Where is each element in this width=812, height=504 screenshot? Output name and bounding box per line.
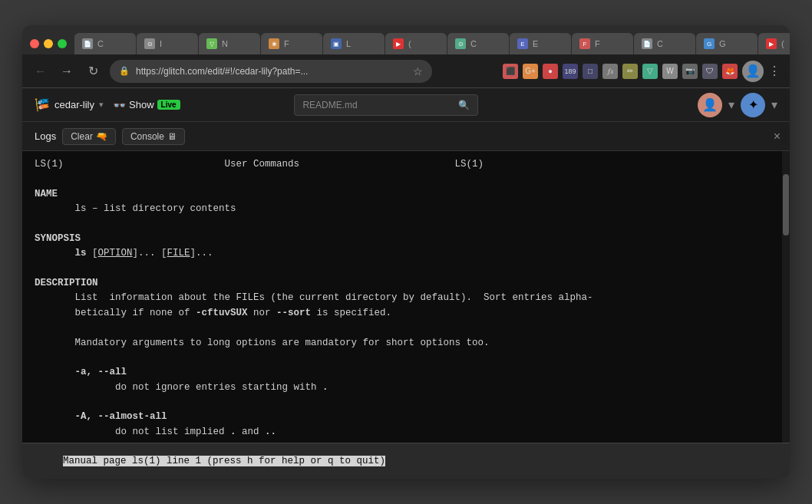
- team-avatar[interactable]: ✦: [741, 93, 765, 117]
- tab-favicon: ⊙: [144, 38, 155, 49]
- terminal-line: do not list implied . and ..: [35, 425, 770, 440]
- toolbar-ext-5[interactable]: □: [583, 64, 598, 79]
- tab-9[interactable]: F F: [572, 33, 633, 54]
- avatar-dropdown[interactable]: ▾: [728, 97, 734, 112]
- tab-favicon: ▽: [206, 38, 217, 49]
- search-icon: 🔍: [458, 100, 470, 110]
- toolbar-ext-1[interactable]: ⬛: [503, 64, 518, 79]
- maximize-button[interactable]: [58, 39, 67, 48]
- terminal-line: -a, --all: [35, 365, 770, 380]
- toolbar-ext-4[interactable]: 189: [563, 64, 578, 79]
- address-bar: ← → ↻ 🔒 https://glitch.com/edit/#!/cedar…: [22, 54, 790, 88]
- user-avatar[interactable]: 👤: [742, 61, 764, 82]
- tab-label: F: [595, 39, 600, 48]
- project-dropdown-icon: ▾: [99, 100, 104, 110]
- clear-emoji: 🔫: [96, 131, 107, 142]
- tab-label: E: [533, 39, 538, 48]
- clear-button[interactable]: Clear 🔫: [62, 128, 116, 145]
- toolbar-ext-9[interactable]: W: [662, 64, 678, 79]
- reload-button[interactable]: ↻: [84, 62, 102, 81]
- toolbar-ext-10[interactable]: 📷: [682, 64, 698, 79]
- terminal-line: [35, 262, 770, 276]
- glitch-header: 🎏 cedar-lily ▾ 👓 Show Live README.md 🔍 👤…: [22, 88, 790, 122]
- clear-label: Clear: [71, 131, 93, 142]
- tabs-area: 📄 C ⊙ I ▽ N ❀ F ▣ L: [74, 33, 790, 54]
- tab-favicon: 📄: [82, 38, 93, 49]
- url-bar[interactable]: 🔒 https://glitch.com/edit/#!/cedar-lily?…: [110, 60, 432, 83]
- tab-label: F: [284, 39, 289, 48]
- forward-button[interactable]: →: [58, 62, 76, 81]
- toolbar-ext-12[interactable]: 🦊: [722, 64, 738, 79]
- terminal-wrapper: LS(1) User Commands LS(1) NAME ls – list…: [22, 151, 790, 443]
- toolbar-ext-7[interactable]: ✏: [622, 64, 638, 79]
- tab-10[interactable]: 📄 C: [634, 33, 695, 54]
- terminal-line: ls – list directory contents: [35, 202, 770, 216]
- live-badge: Live: [157, 100, 180, 110]
- tab-label: G: [719, 39, 726, 48]
- browser-window: 📄 C ⊙ I ▽ N ❀ F ▣ L: [22, 25, 790, 479]
- tab-1[interactable]: 📄 C: [74, 33, 136, 54]
- console-button[interactable]: Console 🖥: [122, 128, 185, 145]
- scrollbar-track[interactable]: [782, 151, 790, 443]
- tab-4[interactable]: ❀ F: [261, 33, 322, 54]
- tab-favicon: ▶: [393, 38, 404, 49]
- back-button[interactable]: ←: [31, 62, 50, 81]
- tab-11[interactable]: G G: [696, 33, 758, 54]
- show-emoji: 👓: [113, 99, 126, 111]
- status-text: Manual page ls(1) line 1 (press h for he…: [63, 456, 385, 466]
- logs-panel-header: Logs Clear 🔫 Console 🖥 ×: [22, 122, 790, 151]
- terminal-line: LS(1) User Commands LS(1): [35, 157, 770, 172]
- tab-6[interactable]: ▶ (: [385, 33, 447, 54]
- scrollbar-handle[interactable]: [783, 174, 789, 236]
- project-name[interactable]: 🎏 cedar-lily ▾: [35, 97, 104, 112]
- toolbar-ext-6[interactable]: 𝑓𝑥: [602, 64, 618, 79]
- terminal-line: Mandatory arguments to long options are …: [35, 336, 770, 351]
- url-text: https://glitch.com/edit/#!/cedar-lily?pa…: [136, 66, 308, 77]
- terminal-line: do not ignore entries starting with .: [35, 380, 770, 395]
- console-label: Console: [130, 131, 164, 142]
- terminal-line: List information about the FILEs (the cu…: [35, 291, 770, 305]
- terminal-line: -A, --almost-all: [35, 410, 770, 424]
- tab-5[interactable]: ▣ L: [323, 33, 385, 54]
- toolbar-ext-3[interactable]: ●: [543, 64, 558, 79]
- tab-bar: 📄 C ⊙ I ▽ N ❀ F ▣ L: [22, 25, 790, 54]
- tab-8[interactable]: E E: [510, 33, 571, 54]
- team-dropdown[interactable]: ▾: [771, 97, 777, 112]
- project-name-text: cedar-lily: [54, 99, 94, 110]
- terminal-line: [35, 351, 770, 365]
- terminal-line: [35, 217, 770, 232]
- tab-favicon: G: [704, 38, 715, 49]
- tab-favicon: ▣: [331, 38, 342, 49]
- terminal-content[interactable]: LS(1) User Commands LS(1) NAME ls – list…: [22, 151, 782, 443]
- tab-12[interactable]: ▶ (: [758, 33, 790, 54]
- minimize-button[interactable]: [44, 39, 53, 48]
- toolbar-icons: ⬛ G+ ● 189 □ 𝑓𝑥 ✏ ▽ W 📷 🛡 🦊 👤 ⋮: [503, 61, 781, 82]
- terminal-line: NAME: [35, 187, 770, 202]
- status-bar: Manual page ls(1) line 1 (press h for he…: [22, 443, 790, 479]
- terminal-line: SYNOPSIS: [35, 232, 770, 246]
- tab-2[interactable]: ⊙ I: [137, 33, 198, 54]
- terminal-line: [35, 321, 770, 335]
- terminal-line: DESCRIPTION: [35, 276, 770, 291]
- tab-7[interactable]: ⊙ C: [447, 33, 509, 54]
- search-bar[interactable]: README.md 🔍: [294, 94, 478, 116]
- user-avatar-header[interactable]: 👤: [698, 93, 722, 117]
- terminal-line: [35, 395, 770, 410]
- lock-icon: 🔒: [119, 66, 130, 76]
- toolbar-ext-2[interactable]: G+: [523, 64, 538, 79]
- menu-dots[interactable]: ⋮: [768, 64, 781, 78]
- tab-label: C: [470, 39, 477, 48]
- toolbar-ext-8[interactable]: ▽: [642, 64, 658, 79]
- console-emoji: 🖥: [167, 131, 177, 142]
- close-button[interactable]: [30, 39, 39, 48]
- tab-favicon: 📄: [642, 38, 652, 49]
- toolbar-ext-11[interactable]: 🛡: [702, 64, 718, 79]
- show-button[interactable]: 👓 Show Live: [113, 99, 180, 111]
- tab-favicon: ▶: [766, 38, 777, 49]
- terminal-line: ls [OPTION]... [FILE]...: [35, 246, 770, 261]
- search-text: README.md: [302, 100, 454, 110]
- tab-3[interactable]: ▽ N: [199, 33, 260, 54]
- header-right: 👤 ▾ ✦ ▾: [698, 93, 777, 117]
- close-panel-button[interactable]: ×: [774, 130, 781, 143]
- tab-label: C: [97, 39, 104, 48]
